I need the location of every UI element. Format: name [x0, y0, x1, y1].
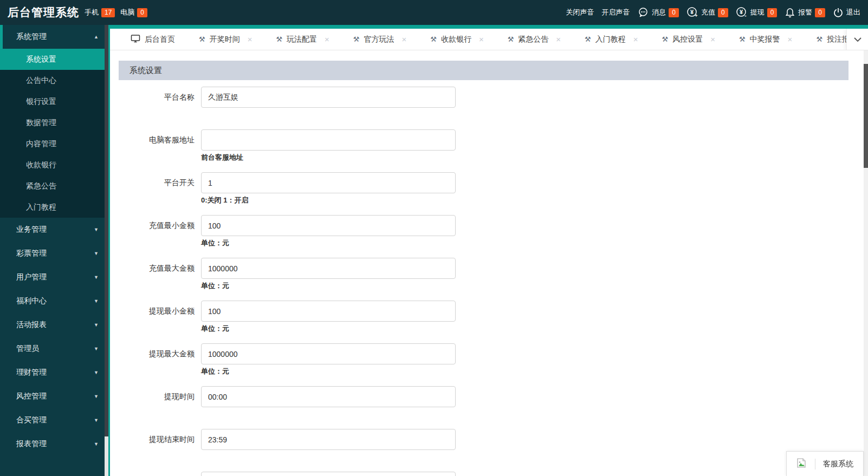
alarm-button[interactable]: 报警 0: [785, 7, 825, 18]
withdraw-start-time-input[interactable]: [201, 386, 456, 407]
field-hint: 单位：元: [201, 279, 848, 292]
tab-home[interactable]: 后台首页: [119, 29, 187, 50]
sidebar-item-label: 数据管理: [26, 118, 56, 128]
tab-lottery-time[interactable]: ⚒开奖时间×: [187, 29, 264, 50]
recharge-max-input[interactable]: [201, 258, 456, 279]
sidebar-item-receiving-bank[interactable]: 收款银行: [0, 154, 108, 175]
sidebar-group-label: 风控管理: [16, 392, 47, 401]
sidebar-item-announcement-center[interactable]: 公告中心: [0, 70, 108, 91]
sidebar-group-risk-control[interactable]: 风控管理▼: [0, 384, 108, 408]
tools-icon: ⚒: [430, 35, 437, 43]
tools-icon: ⚒: [353, 35, 360, 43]
close-icon[interactable]: ×: [248, 35, 252, 44]
sidebar-item-emergency-announcement[interactable]: 紧急公告: [0, 175, 108, 197]
broken-image-icon: [795, 457, 807, 471]
tab-win-alarm[interactable]: ⚒中奖报警×: [727, 29, 804, 50]
sidebar-group-system[interactable]: 系统管理 ▲: [0, 25, 108, 49]
sidebar-group-report[interactable]: 报表管理▼: [0, 432, 108, 456]
sidebar-item-system-settings[interactable]: 系统设置: [0, 49, 108, 70]
sidebar-item-label: 内容管理: [26, 139, 56, 149]
withdraw-max-input[interactable]: [201, 343, 456, 364]
platform-name-input[interactable]: [201, 87, 456, 108]
pc-online-stat: 电脑 0: [120, 8, 147, 17]
close-icon[interactable]: ×: [556, 35, 561, 44]
sidebar-group-activity-report[interactable]: 活动报表▼: [0, 313, 108, 337]
svg-text:¥: ¥: [740, 9, 743, 15]
tab-play-config[interactable]: ⚒玩法配置×: [264, 29, 341, 50]
close-icon[interactable]: ×: [633, 35, 638, 44]
tab-overflow-button[interactable]: [846, 29, 868, 50]
tab-official-play[interactable]: ⚒官方玩法×: [341, 29, 418, 50]
app-title: 后台管理系统: [8, 5, 79, 20]
topbar: 后台管理系统 手机 17 电脑 0 关闭声音 开启声音 消息 0 ¥+ 充值 0: [0, 0, 868, 25]
recharge-min-input[interactable]: [201, 215, 456, 236]
mobile-label: 手机: [85, 8, 99, 17]
sidebar-item-data-management[interactable]: 数据管理: [0, 112, 108, 133]
chevron-down-icon: ▼: [94, 298, 99, 304]
close-icon[interactable]: ×: [402, 35, 407, 44]
sidebar-group-admins[interactable]: 管理员▼: [0, 337, 108, 361]
logout-button[interactable]: 退出: [833, 7, 860, 18]
page-scrollbar[interactable]: [864, 50, 868, 476]
sidebar-group-welfare[interactable]: 福利中心▼: [0, 289, 108, 313]
close-icon[interactable]: ×: [479, 35, 484, 44]
tab-emergency-announcement[interactable]: ⚒紧急公告×: [496, 29, 573, 50]
divider: [815, 459, 815, 470]
sidebar-item-beginner-tutorial[interactable]: 入门教程: [0, 197, 108, 218]
close-icon[interactable]: ×: [325, 35, 329, 44]
tab-label: 后台首页: [145, 35, 175, 44]
field-hint: 前台客服地址: [201, 151, 848, 164]
tab-receiving-bank[interactable]: ⚒收款银行×: [418, 29, 495, 50]
tools-icon: ⚒: [199, 35, 205, 43]
chevron-down-icon: ▼: [94, 322, 99, 328]
field-hint: [201, 407, 848, 421]
withdraw-end-time-input[interactable]: [201, 429, 456, 450]
close-icon[interactable]: ×: [788, 35, 793, 44]
form-row-withdraw-min: 提现最小金额 单位：元: [119, 301, 848, 335]
sidebar-group-finance[interactable]: 理财管理▼: [0, 361, 108, 384]
tools-icon: ⚒: [508, 35, 514, 43]
sidebar-item-bank-settings[interactable]: 银行设置: [0, 91, 108, 112]
field-hint: 0:关闭 1：开启: [201, 193, 848, 207]
withdraw-min-input[interactable]: [201, 301, 456, 322]
sidebar-group-lottery[interactable]: 彩票管理▼: [0, 242, 108, 265]
tools-icon: ⚒: [276, 35, 282, 43]
withdraw-button[interactable]: ¥- 提现 0: [736, 6, 778, 18]
sound-on-button[interactable]: 开启声音: [601, 8, 630, 17]
field-hint: 单位：元: [201, 322, 848, 335]
sidebar-scrollbar-thumb[interactable]: [105, 436, 108, 476]
platform-switch-input[interactable]: [201, 172, 456, 193]
pc-count-badge: 0: [137, 8, 147, 17]
tab-risk-settings[interactable]: ⚒风控设置×: [650, 29, 727, 50]
sidebar-group-group-buy[interactable]: 合买管理▼: [0, 408, 108, 432]
sidebar-item-label: 银行设置: [26, 97, 56, 107]
field-hint: [201, 108, 848, 121]
chevron-down-icon: [853, 35, 862, 44]
chevron-down-icon: ▼: [94, 275, 99, 280]
tab-label: 入门教程: [595, 35, 626, 44]
sidebar-group-label: 福利中心: [16, 296, 47, 306]
sidebar-item-label: 公告中心: [26, 76, 56, 86]
message-button[interactable]: 消息 0: [637, 7, 679, 18]
field-hint: [201, 450, 848, 464]
sidebar: 系统管理 ▲ 系统设置 公告中心 银行设置 数据管理 内容管理 收款银行 紧急公…: [0, 25, 110, 476]
recharge-button[interactable]: ¥+ 充值 0: [686, 6, 728, 18]
sound-off-button[interactable]: 关闭声音: [566, 8, 594, 17]
close-icon[interactable]: ×: [710, 35, 715, 44]
sidebar-group-business[interactable]: 业务管理▼: [0, 218, 108, 242]
page-scrollbar-thumb[interactable]: [864, 64, 868, 168]
pc-service-url-input[interactable]: [201, 129, 456, 151]
withdraw-label: 提现: [750, 8, 765, 17]
partial-input[interactable]: [201, 472, 456, 476]
system-settings-panel: 系统设置 平台名称 电脑客服地址 前台客服地址 平台开关: [119, 61, 848, 476]
sidebar-scrollbar[interactable]: [105, 25, 108, 476]
panel-title: 系统设置: [119, 61, 848, 80]
customer-service-widget[interactable]: 客服系统: [786, 451, 864, 476]
form-row-pc-service-url: 电脑客服地址 前台客服地址: [119, 129, 848, 164]
sidebar-item-content-management[interactable]: 内容管理: [0, 133, 108, 154]
sidebar-group-users[interactable]: 用户管理▼: [0, 265, 108, 289]
chevron-down-icon: ▼: [94, 394, 99, 399]
svg-text:-: -: [744, 12, 746, 18]
recharge-count-badge: 0: [718, 8, 728, 17]
tab-beginner-tutorial[interactable]: ⚒入门教程×: [573, 29, 650, 50]
